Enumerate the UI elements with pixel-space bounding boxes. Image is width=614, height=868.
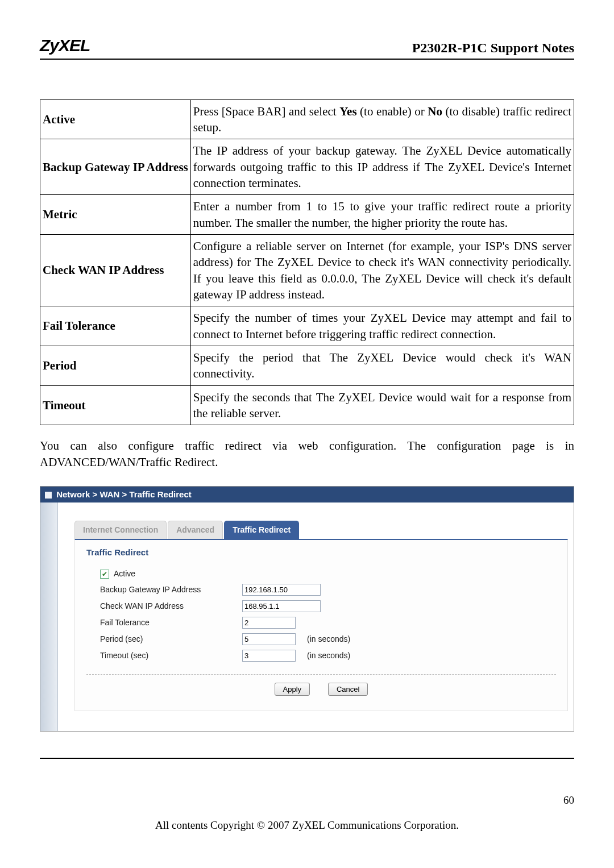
row-label: Backup Gateway IP Address	[40, 139, 191, 195]
button-row: Apply Cancel	[86, 674, 556, 696]
row-desc: Enter a number from 1 to 15 to give your…	[190, 195, 574, 235]
tab-bar: Internet Connection Advanced Traffic Red…	[74, 521, 568, 539]
fail-tolerance-label: Fail Tolerance	[100, 617, 242, 628]
table-row: Period Specify the period that The ZyXEL…	[40, 346, 574, 385]
table-row: Fail Tolerance Specify the number of tim…	[40, 306, 574, 346]
row-label: Period	[40, 346, 191, 385]
row-desc: Configure a reliable server on Internet …	[190, 234, 574, 306]
cancel-button[interactable]: Cancel	[328, 683, 368, 696]
row-desc: Specify the period that The ZyXEL Device…	[190, 346, 574, 385]
row-active: ✔ Active	[100, 568, 556, 579]
doc-title: P2302R-P1C Support Notes	[412, 39, 574, 57]
timeout-suffix: (in seconds)	[307, 650, 350, 661]
apply-button[interactable]: Apply	[275, 683, 310, 696]
fail-tolerance-input[interactable]	[242, 617, 296, 629]
row-fail-tolerance: Fail Tolerance	[100, 617, 556, 629]
table-row: Timeout Specify the seconds that The ZyX…	[40, 385, 574, 425]
section-title: Traffic Redirect	[86, 547, 556, 558]
timeout-label: Timeout (sec)	[100, 650, 242, 661]
active-label: Active	[114, 568, 135, 579]
row-label: Metric	[40, 195, 191, 235]
config-screenshot: Network > WAN > Traffic Redirect Interne…	[40, 486, 574, 732]
timeout-input[interactable]	[242, 650, 296, 662]
page-number: 60	[40, 793, 574, 808]
logo: ZyXEL	[40, 34, 90, 57]
row-check-wan: Check WAN IP Address	[100, 600, 556, 612]
form-panel: Traffic Redirect ✔ Active Backup Gateway…	[74, 539, 568, 711]
row-label: Check WAN IP Address	[40, 234, 191, 306]
period-input[interactable]	[242, 633, 296, 645]
table-row: Backup Gateway IP Address The IP address…	[40, 139, 574, 195]
body-paragraph: You can also configure traffic redirect …	[40, 438, 574, 470]
row-desc: The IP address of your backup gateway. T…	[190, 139, 574, 195]
check-wan-input[interactable]	[242, 600, 321, 612]
row-backup-gateway: Backup Gateway IP Address	[100, 584, 556, 596]
tab-advanced[interactable]: Advanced	[168, 521, 223, 539]
side-strip	[40, 502, 58, 731]
breadcrumb: Network > WAN > Traffic Redirect	[40, 487, 574, 502]
tab-traffic-redirect[interactable]: Traffic Redirect	[224, 521, 299, 539]
breadcrumb-icon	[45, 492, 52, 499]
table-row: Active Press [Space BAR] and select Yes …	[40, 99, 574, 139]
row-desc: Specify the number of times your ZyXEL D…	[190, 306, 574, 346]
page-header: ZyXEL P2302R-P1C Support Notes	[40, 34, 574, 60]
row-label: Fail Tolerance	[40, 306, 191, 346]
row-label: Active	[40, 99, 191, 139]
row-desc: Press [Space BAR] and select Yes (to ena…	[190, 99, 574, 139]
tab-internet-connection[interactable]: Internet Connection	[74, 521, 167, 539]
definition-table: Active Press [Space BAR] and select Yes …	[40, 99, 574, 426]
table-row: Metric Enter a number from 1 to 15 to gi…	[40, 195, 574, 235]
row-label: Timeout	[40, 385, 191, 425]
backup-gateway-label: Backup Gateway IP Address	[100, 584, 242, 595]
backup-gateway-input[interactable]	[242, 584, 321, 596]
period-suffix: (in seconds)	[307, 634, 350, 645]
footer-rule	[40, 758, 574, 759]
active-checkbox[interactable]: ✔	[100, 570, 109, 579]
copyright: All contents Copyright © 2007 ZyXEL Comm…	[40, 818, 574, 833]
row-period: Period (sec) (in seconds)	[100, 633, 556, 645]
period-label: Period (sec)	[100, 634, 242, 645]
row-timeout: Timeout (sec) (in seconds)	[100, 650, 556, 662]
row-desc: Specify the seconds that The ZyXEL Devic…	[190, 385, 574, 425]
check-wan-label: Check WAN IP Address	[100, 601, 242, 612]
table-row: Check WAN IP Address Configure a reliabl…	[40, 234, 574, 306]
